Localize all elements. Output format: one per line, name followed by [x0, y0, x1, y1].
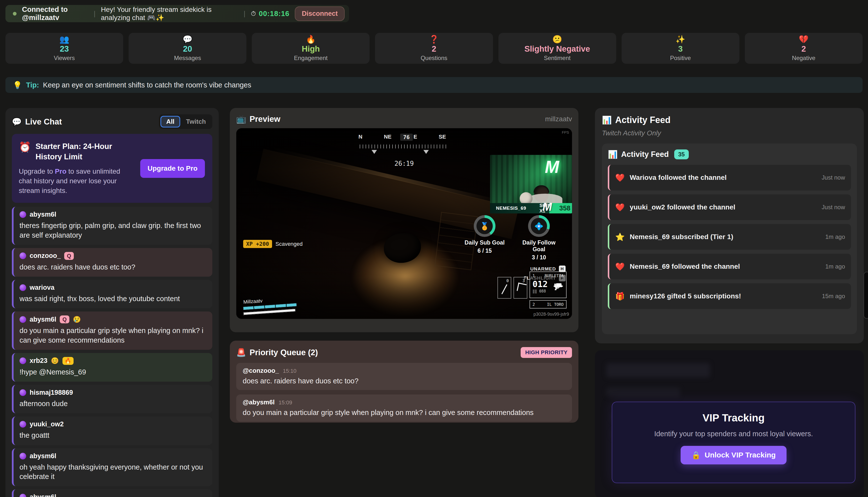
session-timer: 00:18:16	[259, 10, 289, 18]
secondary-weapon-slot: 2 IL TORO	[530, 300, 567, 309]
goal-label: Daily Follow Goal	[517, 239, 561, 253]
activity-event-icon: ❤️	[615, 203, 625, 212]
compass-ticks	[360, 144, 448, 148]
priority-queue-item[interactable]: @conzooo_ 15:10 does arc. raiders have d…	[236, 363, 572, 390]
pickaxe-icon	[517, 283, 527, 293]
chat-message[interactable]: xrb23 😊 🔥 !hype @Nemesis_69	[12, 353, 212, 382]
chat-message[interactable]: abysm6l fingertip grip mouse*	[12, 489, 212, 497]
starter-plan-title: Starter Plan: 24-Hour History Limit	[35, 141, 124, 162]
tip-banner: 💡 Tip: Keep an eye on sentiment shifts t…	[5, 77, 863, 93]
stat-label: Sentiment	[544, 55, 571, 61]
connection-bar: Connected to @millzaatv | Hey! Your frie…	[5, 5, 349, 22]
lightbulb-icon: 💡	[13, 81, 22, 89]
chat-message-text: !hype @Nemesis_69	[19, 367, 206, 377]
preview-panel: 📺 Preview millzaatv N NE 76 E SE	[230, 108, 578, 332]
stat-value: 2	[801, 44, 806, 54]
chat-message-text: the goattt	[19, 430, 206, 440]
slot-number: 1	[532, 273, 535, 278]
disconnect-button[interactable]: Disconnect	[295, 6, 344, 21]
queue-username: @abysm6l	[243, 398, 275, 406]
vip-tracking-title: VIP Tracking	[627, 412, 840, 424]
activity-event-time: 1m ago	[825, 233, 845, 240]
waypoint-marker	[423, 150, 429, 154]
chat-message[interactable]: hismaj198869 afternoon dude	[12, 385, 212, 413]
question-badge: Q	[60, 315, 69, 323]
filter-twitch-button[interactable]: Twitch	[181, 116, 211, 127]
middle-column: 📺 Preview millzaatv N NE 76 E SE	[230, 108, 578, 423]
stat-card: 💬 20 Messages	[129, 33, 246, 64]
right-column: 📊 Activity Feed Twitch Activity Only 📊 A…	[595, 108, 864, 497]
compass-hud: N NE 76 E SE	[236, 133, 572, 142]
priority-queue-list: @conzooo_ 15:10 does arc. raiders have d…	[236, 363, 572, 422]
activity-item: ❤️ Nemesis_69 followed the channel 1m ag…	[608, 254, 851, 279]
activity-event-text: Nemesis_69 followed the channel	[630, 262, 740, 270]
tip-text: Keep an eye on sentiment shifts to catch…	[43, 81, 251, 89]
chat-message-text: oh yeah happy thanksgiving everyone, whe…	[19, 463, 206, 481]
high-priority-badge: HIGH PRIORITY	[521, 347, 572, 358]
chat-username: abysm6l	[30, 211, 56, 218]
stat-label: Questions	[421, 55, 447, 61]
activity-event-icon: ❤️	[615, 262, 625, 271]
scrollbar-thumb[interactable]	[864, 272, 868, 319]
starter-plan-card: ⏰ Starter Plan: 24-Hour History Limit Up…	[12, 134, 212, 203]
facecam-overlay: M NEMESIS_69 SUB X1 M 358	[490, 155, 572, 213]
points-counter: M 358	[549, 203, 572, 213]
activity-count-badge: 35	[674, 150, 689, 159]
stream-watermark: p3028-9sv99-jsfr9	[533, 312, 569, 317]
weapon-name: BURLETTA	[545, 273, 564, 278]
stat-label: Positive	[670, 55, 691, 61]
chat-message[interactable]: conzooo_ Q does arc. raiders have duos e…	[12, 248, 212, 276]
activity-item: ❤️ Wariova followed the channel Just now	[608, 165, 851, 190]
stat-card: ✨ 3 Positive	[622, 33, 739, 64]
stat-value: 23	[60, 44, 69, 54]
chat-icon: 💬	[12, 117, 22, 127]
xp-badge: XP +200	[243, 240, 272, 248]
compass-heading: 76	[400, 133, 413, 141]
activity-event-text: minesy126 gifted 5 subscriptions!	[630, 292, 741, 300]
live-chat-panel: 💬 Live Chat All Twitch ⏰ Starter Plan: 2…	[5, 108, 219, 497]
stat-value: 2	[432, 44, 436, 54]
starter-plan-description: Upgrade to Pro to save unlimited chat hi…	[19, 167, 127, 196]
clock-icon: ⏱	[251, 10, 256, 17]
slot-number: 3	[523, 279, 525, 283]
chat-message[interactable]: wariova was said right, thx boss, loved …	[12, 280, 212, 308]
stat-card: 🔥 High Engagement	[252, 33, 370, 64]
chat-message[interactable]: abysm6l Q 😢 do you main a particular gri…	[12, 312, 212, 350]
unlock-vip-button[interactable]: 🔒 Unlock VIP Tracking	[681, 446, 786, 464]
goal-widget: 💠 Daily Follow Goal 3 / 10	[517, 215, 561, 261]
weapon-name: IL TORO	[547, 302, 564, 307]
lock-icon: 🔒	[691, 451, 701, 459]
stat-card: ❓ 2 Questions	[375, 33, 493, 64]
avatar	[19, 253, 26, 259]
chat-message-text: was said right, thx boss, loved the yout…	[19, 294, 206, 303]
activity-card-title: Activity Feed	[621, 150, 669, 159]
chat-message[interactable]: abysm6l theres fingertip grip, palm grip…	[12, 207, 212, 245]
stat-icon: ❓	[429, 35, 439, 43]
activity-event-time: Just now	[822, 174, 845, 181]
stat-icon: 🔥	[306, 35, 316, 43]
activity-event-icon: 🎁	[615, 292, 625, 301]
activity-event-text: Nemesis_69 subscribed (Tier 1)	[630, 233, 734, 241]
chat-message[interactable]: yuuki_ow2 the goattt	[12, 416, 212, 445]
avatar	[19, 421, 26, 428]
vip-tracking-description: Identify your top spenders and most loya…	[627, 429, 840, 439]
goal-value: 6 / 15	[462, 247, 507, 254]
filter-all-button[interactable]: All	[160, 116, 180, 127]
goal-value: 3 / 10	[517, 254, 561, 261]
activity-list: ❤️ Wariova followed the channel Just now…	[608, 165, 851, 309]
hype-badge: 🔥	[62, 357, 74, 365]
compass-se: SE	[439, 133, 446, 140]
sentiment-emoji: 😊	[51, 357, 59, 365]
fps-label: FPS	[562, 130, 569, 134]
priority-queue-item[interactable]: @abysm6l 15:09 do you main a particular …	[236, 395, 572, 422]
xp-action-label: Scavenged	[276, 241, 303, 247]
priority-queue-panel: 🚨 Priority Queue (2) HIGH PRIORITY @conz…	[230, 341, 578, 423]
alarm-clock-icon: ⏰	[19, 141, 31, 153]
pro-highlight: Pro	[55, 168, 67, 175]
activity-feed-title: Activity Feed	[615, 115, 671, 125]
chat-message[interactable]: abysm6l oh yeah happy thanksgiving every…	[12, 448, 212, 486]
upgrade-to-pro-button[interactable]: Upgrade to Pro	[140, 159, 205, 178]
chat-username: conzooo_	[30, 252, 61, 260]
chat-filter-toggle: All Twitch	[159, 114, 212, 129]
alert-bar: NEMESIS_69 SUB X1 M 358	[490, 203, 572, 213]
